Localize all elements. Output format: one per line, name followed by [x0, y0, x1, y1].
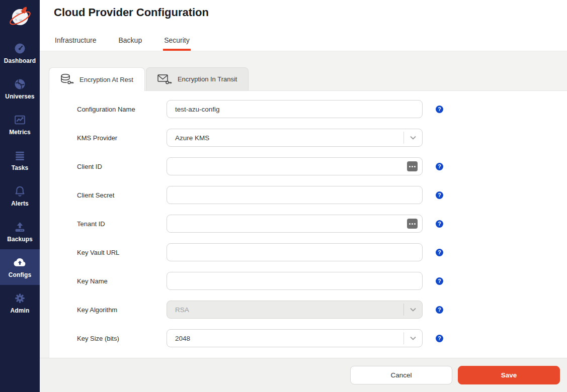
sidebar-item-label: Alerts: [11, 200, 29, 207]
app-logo[interactable]: [0, 0, 40, 35]
sidebar-item-configs[interactable]: Configs: [0, 249, 40, 285]
key-size-select[interactable]: 2048: [167, 329, 423, 347]
page-header: Cloud Provider Configuration Infrastruct…: [40, 0, 567, 51]
sidebar-item-label: Admin: [11, 307, 30, 314]
sidebar: Dashboard Universes Metrics Tasks: [0, 0, 40, 392]
upload-tray-icon: [14, 221, 26, 233]
sidebar-item-label: Dashboard: [4, 57, 36, 64]
masked-value-icon: [407, 219, 418, 229]
key-algorithm-select: RSA: [167, 301, 423, 319]
key-vault-url-row: Key Vault URL ?: [49, 243, 567, 261]
sidebar-item-backups[interactable]: Backups: [0, 214, 40, 249]
cancel-button[interactable]: Cancel: [350, 366, 452, 384]
help-icon[interactable]: ?: [436, 106, 443, 113]
kms-provider-row: KMS Provider Azure KMS: [49, 129, 567, 147]
select-value: 2048: [175, 335, 403, 342]
field-label: Key Name: [49, 277, 167, 285]
subtab-bar: Encryption At Rest Encryption In Transit: [49, 67, 567, 90]
subtab-encryption-in-transit[interactable]: Encryption In Transit: [146, 67, 249, 90]
chevron-down-icon: [404, 336, 422, 340]
sidebar-item-label: Backups: [7, 236, 33, 243]
client-secret-input[interactable]: [167, 186, 423, 204]
help-icon[interactable]: ?: [436, 191, 443, 199]
form-footer: Cancel Save: [40, 358, 567, 392]
chevron-down-icon: [404, 308, 422, 312]
field-label: Key Size (bits): [49, 335, 167, 342]
client-id-row: Client ID ?: [49, 157, 567, 175]
bell-icon: [14, 185, 26, 198]
configuration-name-input[interactable]: [167, 100, 423, 118]
subtab-label: Encryption At Rest: [79, 76, 133, 83]
list-icon: [14, 149, 26, 162]
field-label: KMS Provider: [49, 134, 167, 142]
field-label: Key Vault URL: [49, 249, 167, 256]
client-id-input[interactable]: [167, 157, 423, 175]
select-value: Azure KMS: [175, 134, 403, 142]
help-icon[interactable]: ?: [436, 335, 443, 342]
chart-icon: [14, 114, 26, 126]
database-key-icon: [59, 73, 74, 86]
help-icon[interactable]: ?: [436, 277, 443, 285]
content-area: Encryption At Rest Encryption In Transit…: [40, 51, 567, 392]
encryption-at-rest-form: Configuration Name ? KMS Provider Azure …: [49, 90, 567, 358]
field-label: Tenant ID: [49, 220, 167, 228]
help-icon[interactable]: ?: [436, 163, 443, 170]
main-area: Cloud Provider Configuration Infrastruct…: [40, 0, 567, 392]
sidebar-item-tasks[interactable]: Tasks: [0, 142, 40, 178]
tenant-id-row: Tenant ID ?: [49, 215, 567, 233]
yugabyte-logo-icon: [8, 5, 33, 31]
subtab-encryption-at-rest[interactable]: Encryption At Rest: [49, 67, 145, 91]
subtab-label: Encryption In Transit: [178, 75, 237, 83]
sidebar-item-dashboard[interactable]: Dashboard: [0, 35, 40, 71]
sidebar-item-metrics[interactable]: Metrics: [0, 107, 40, 142]
client-secret-row: Client Secret ?: [49, 186, 567, 204]
tab-security[interactable]: Security: [163, 31, 191, 51]
save-button[interactable]: Save: [458, 366, 560, 384]
sidebar-item-label: Universes: [5, 93, 34, 100]
mail-key-icon: [156, 73, 173, 86]
sidebar-item-label: Metrics: [9, 129, 31, 136]
configuration-name-row: Configuration Name ?: [49, 100, 567, 118]
chevron-down-icon: [404, 136, 422, 140]
select-value: RSA: [175, 306, 403, 314]
help-icon[interactable]: ?: [436, 220, 443, 228]
key-name-row: Key Name ?: [49, 272, 567, 290]
field-label: Configuration Name: [49, 106, 167, 113]
tab-infrastructure[interactable]: Infrastructure: [54, 31, 97, 51]
key-name-input[interactable]: [167, 272, 423, 290]
sidebar-item-label: Configs: [9, 271, 31, 278]
gauge-icon: [14, 42, 26, 55]
help-icon[interactable]: ?: [436, 249, 443, 256]
sidebar-item-label: Tasks: [12, 164, 29, 171]
sidebar-item-alerts[interactable]: Alerts: [0, 178, 40, 214]
kms-provider-select[interactable]: Azure KMS: [167, 129, 423, 147]
cloud-upload-icon: [13, 256, 27, 269]
help-icon[interactable]: ?: [436, 306, 443, 314]
masked-value-icon: [407, 161, 418, 171]
key-vault-url-input[interactable]: [167, 243, 423, 261]
sidebar-item-admin[interactable]: Admin: [0, 285, 40, 321]
globe-icon: [14, 78, 26, 90]
sidebar-item-universes[interactable]: Universes: [0, 71, 40, 107]
tab-backup[interactable]: Backup: [117, 31, 143, 51]
gear-icon: [14, 292, 26, 305]
key-algorithm-row: Key Algorithm RSA ?: [49, 301, 567, 319]
tab-bar: Infrastructure Backup Security: [54, 31, 191, 51]
field-label: Client ID: [49, 163, 167, 170]
key-size-row: Key Size (bits) 2048 ?: [49, 329, 567, 347]
field-label: Client Secret: [49, 191, 167, 199]
tenant-id-input[interactable]: [167, 215, 423, 233]
field-label: Key Algorithm: [49, 306, 167, 314]
page-title: Cloud Provider Configuration: [54, 0, 567, 19]
